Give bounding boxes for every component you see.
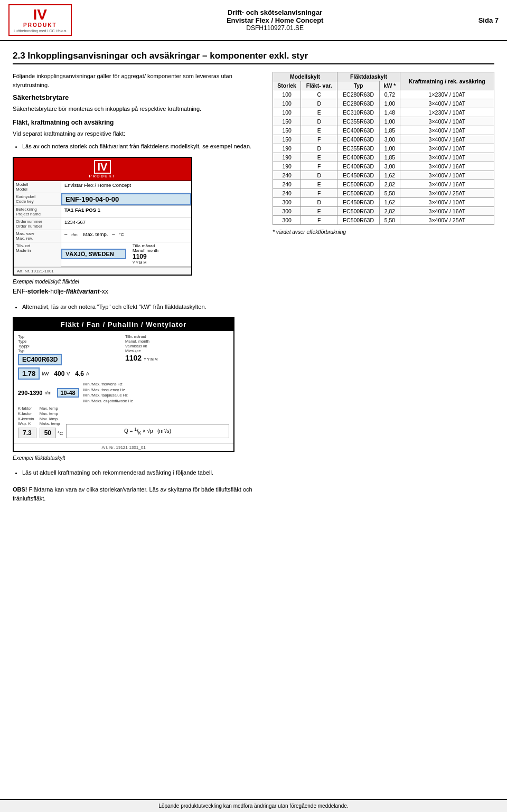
cell-var: D xyxy=(301,117,337,126)
asterisk-note: * värdet avser effektförbrukning xyxy=(273,229,494,235)
cell-kw: 2,82 xyxy=(380,180,400,189)
mp-footer: Art. Nr. 19121-1001 xyxy=(14,267,191,275)
caption-modell: Exempel modellskylt fläktdel xyxy=(13,279,262,285)
mp-logo-iv: IV xyxy=(94,160,111,174)
fan-kw-unit: kW xyxy=(42,371,49,376)
cell-storlek: 300 xyxy=(273,207,301,216)
cell-typ: EC500R63D xyxy=(337,189,380,198)
cell-typ: EC400R63D xyxy=(337,126,380,135)
bullet-item-1: Läs av och notera storlek och fläktvaria… xyxy=(22,142,262,152)
title-line1: Drift- och skötselanvisningar xyxy=(82,8,468,16)
page-header: IV PRODUKT Luftbehandling med LCC i foku… xyxy=(0,0,507,41)
mp-logo-produkt: PRODUKT xyxy=(89,174,116,178)
fan-art-nr: Art. Nr. 19121-1301_01 xyxy=(14,443,233,451)
fan-maxtemp-row: 50 °C xyxy=(40,428,63,438)
cell-typ: EC450R63D xyxy=(337,198,380,207)
cell-storlek: 240 xyxy=(273,189,301,198)
flakt-intro: Vid separat kraftmatning av respektive f… xyxy=(13,129,262,138)
cell-storlek: 100 xyxy=(273,90,301,99)
cell-kw: 3,00 xyxy=(380,135,400,144)
fan-k-section: K-faktorK-factorK-kerroinWsp. K 7.3 xyxy=(18,406,36,438)
cell-kraft: 3×400V / 25AT xyxy=(400,216,494,225)
mp-value-ordernummer: 1234-567 xyxy=(61,218,191,230)
cell-kw: 3,00 xyxy=(380,162,400,171)
sakerhetsbrytare-title: Säkerhetsbrytare xyxy=(13,93,262,101)
table-row: 240 F EC500R63D 5,50 3×400V / 25AT xyxy=(273,189,494,198)
cell-kraft: 3×400V / 16AT xyxy=(400,162,494,171)
read-table-bullet: Läs ut aktuell kraftmatning och rekommen… xyxy=(22,468,262,478)
cell-typ: EC500R63D xyxy=(337,207,380,216)
logo-produkt: PRODUKT xyxy=(23,22,57,28)
left-column: Följande inkopplingsanvisningar gäller f… xyxy=(13,72,262,508)
fan-tillv-row: 1102 Y Y M M xyxy=(125,354,229,362)
fan-a-unit: A xyxy=(86,371,89,376)
cell-storlek: 240 xyxy=(273,180,301,189)
cell-var: D xyxy=(301,99,337,108)
mp-row-maxvarv: Max. varvMax. rev. – r/m Max. temp. – °C xyxy=(14,230,191,242)
cell-kw: 2,82 xyxy=(380,207,400,216)
table-row: 190 D EC355R63D 1,00 3×400V / 10AT xyxy=(273,144,494,153)
mp-row-ordernummer: OrdernummerOrder number 1234-567 xyxy=(14,218,191,230)
mp-value-maxvarv: – r/m Max. temp. – °C xyxy=(61,230,191,242)
fan-rpm-unit: r/m xyxy=(45,390,52,395)
th-kraft: Kraftmatning / rek. avsäkring xyxy=(400,72,494,90)
th-flaktvar: Fläkt- var. xyxy=(301,81,337,90)
th-typ: Typ xyxy=(337,81,380,90)
cell-storlek: 150 xyxy=(273,135,301,144)
table-row: 300 E EC500R63D 2,82 3×400V / 16AT xyxy=(273,207,494,216)
caption-flakt: Exempel fläktdataskylt xyxy=(13,455,262,461)
th-flaktdataskylt: Fläktdataskylt xyxy=(337,72,400,81)
mp-value-tillvort: VÄXJÖ, SWEDEN xyxy=(61,249,126,259)
fan-maxtemp-unit: °C xyxy=(58,431,63,436)
table-row: 100 C EC280R63D 0,72 1×230V / 10AT xyxy=(273,90,494,99)
right-column: Modellskylt Fläktdataskylt Kraftmatning … xyxy=(273,72,494,508)
fan-a-value: 4.6 xyxy=(75,370,84,377)
table-row: 240 D EC450R63D 1,62 3×400V / 10AT xyxy=(273,171,494,180)
cell-kw: 0,72 xyxy=(380,90,400,99)
enf-formula: ENF-storlek-hölje-fläktvariant-xx xyxy=(13,288,262,295)
fan-rpm-value: 290-1390 xyxy=(18,390,43,396)
cell-kw: 1,85 xyxy=(380,126,400,135)
cell-kraft: 1×230V / 10AT xyxy=(400,90,494,99)
cell-var: E xyxy=(301,126,337,135)
sakerhetsbrytare-text: Säkerhetsbrytare bör monteras och inkopp… xyxy=(13,105,262,114)
fan-plate: Fläkt / Fan / Puhallin / Wentylator TypT… xyxy=(13,317,234,452)
cell-var: D xyxy=(301,171,337,180)
mp-value-beteckning: TA1 FA1 POS 1 xyxy=(61,206,191,218)
cell-typ: EC280R63D xyxy=(337,99,380,108)
th-kw: kW * xyxy=(380,81,400,90)
page-number: Sida 7 xyxy=(478,16,499,24)
fan-maxtemp-label: Max. tempMax. tempMax. lämp.Maks. temp xyxy=(40,406,63,427)
cell-kraft: 3×400V / 25AT xyxy=(400,189,494,198)
cell-kw: 5,50 xyxy=(380,216,400,225)
fan-maxtemp-value: 50 xyxy=(40,428,56,438)
fan-formula-box: Q = 1/K × √p (m³/s) xyxy=(66,424,229,438)
cell-storlek: 150 xyxy=(273,126,301,135)
logo-iv: IV xyxy=(33,7,47,22)
fan-maxtemp-section: Max. tempMax. tempMax. lämp.Maks. temp 5… xyxy=(40,406,63,438)
mp-label-beteckning: BeteckningProject name xyxy=(14,206,61,218)
footer-note: Löpande produktutveckling kan medföra än… xyxy=(0,799,507,812)
table-row: 300 D EC450R63D 1,62 3×400V / 10AT xyxy=(273,198,494,207)
page-content: 2.3 Inkopplingsanvisningar och avsäkring… xyxy=(0,41,507,525)
cell-var: E xyxy=(301,207,337,216)
cell-var: C xyxy=(301,90,337,99)
section-title: 2.3 Inkopplingsanvisningar och avsäkring… xyxy=(13,51,494,64)
logo-sub: Luftbehandling med LCC i fokus xyxy=(14,29,67,33)
intro-text: Följande inkopplingsanvisningar gäller f… xyxy=(13,72,262,89)
cell-storlek: 150 xyxy=(273,117,301,126)
cell-kraft: 3×400V / 16AT xyxy=(400,207,494,216)
bullet-list-1: Läs av och notera storlek och fläktvaria… xyxy=(22,142,262,152)
mp-label-kodnyckel: KodnyckelCode key xyxy=(14,193,61,205)
cell-typ: EC450R63D xyxy=(337,171,380,180)
fan-tillv-label: Tillv. månadManuf. monthValmistus kkMies… xyxy=(125,334,229,353)
fan-kw-value: 1.78 xyxy=(18,367,40,380)
cell-kraft: 3×400V / 16AT xyxy=(400,180,494,189)
cell-kraft: 3×400V / 10AT xyxy=(400,144,494,153)
table-row: 190 F EC400R63D 3,00 3×400V / 16AT xyxy=(273,162,494,171)
cell-kw: 1,62 xyxy=(380,198,400,207)
fan-tillv-value: 1102 xyxy=(125,354,142,362)
fan-k-label: K-faktorK-factorK-kerroinWsp. K xyxy=(18,406,36,427)
cell-var: E xyxy=(301,153,337,162)
table-row: 150 E EC400R63D 1,85 3×400V / 10AT xyxy=(273,126,494,135)
